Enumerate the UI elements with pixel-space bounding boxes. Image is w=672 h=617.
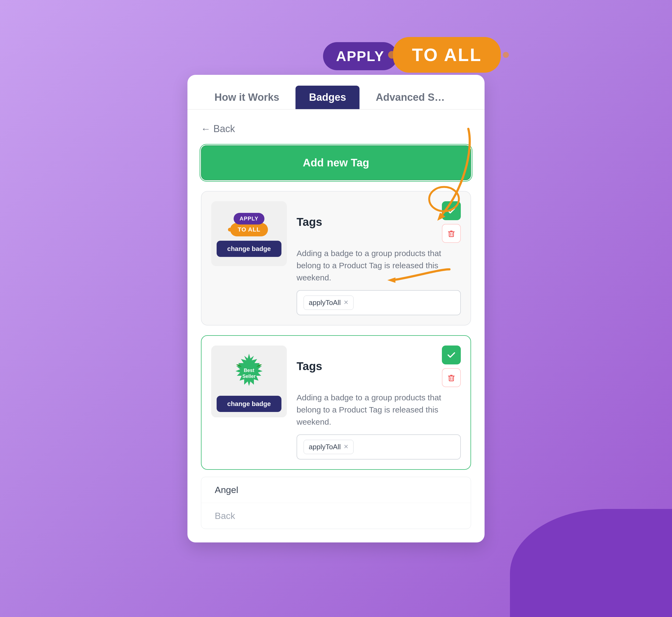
tag-chip-close-1[interactable]: ✕: [344, 299, 349, 306]
badge-preview-2: Best Seller change badge: [211, 346, 287, 417]
badge-card-2: Best Seller change badge Tags: [201, 335, 471, 470]
tag-input-1[interactable]: applyToAll ✕: [296, 290, 461, 315]
badge-description-1: Adding a badge to a group products that …: [296, 247, 461, 284]
tab-badges[interactable]: Badges: [295, 85, 360, 109]
trash-icon: [447, 229, 456, 238]
delete-button-2[interactable]: [442, 368, 461, 387]
apply-to-all-annotation: APPLY TO ALL: [317, 37, 501, 73]
tab-nav: How it Works Badges Advanced S…: [188, 75, 484, 110]
tag-chip-2: applyToAll ✕: [303, 440, 354, 454]
apply-bottom-text: TO ALL: [412, 45, 482, 65]
badge-info-header-1: Tags: [296, 201, 461, 243]
badge-title-1: Tags: [296, 216, 322, 229]
badge-actions-1: [442, 201, 461, 243]
svg-text:Seller: Seller: [242, 374, 255, 379]
add-new-tag-button[interactable]: Add new Tag: [201, 145, 471, 180]
mini-apply-badge: APPLY TO ALL: [230, 213, 268, 236]
mini-apply-bottom: TO ALL: [230, 223, 268, 236]
mini-apply-top: APPLY: [234, 213, 264, 224]
main-container: APPLY TO ALL How it Works Badges Advanc: [188, 75, 484, 543]
best-seller-badge-icon: Best Seller: [230, 354, 268, 391]
svg-rect-12: [449, 376, 453, 381]
apply-bubble-bottom: TO ALL: [393, 37, 501, 73]
svg-text:Best: Best: [244, 368, 254, 373]
dropdown-item-back[interactable]: Back: [201, 503, 471, 529]
change-badge-btn-2[interactable]: change badge: [217, 396, 281, 412]
badge-preview-1: APPLY TO ALL change badge: [211, 201, 287, 266]
white-card: How it Works Badges Advanced S… ← Back A…: [188, 75, 484, 543]
tag-chip-1: applyToAll ✕: [303, 295, 354, 310]
svg-rect-3: [449, 232, 453, 237]
check-button-1[interactable]: [442, 201, 461, 220]
tab-how-it-works[interactable]: How it Works: [201, 85, 293, 109]
background-blob: [510, 509, 672, 617]
delete-button-1[interactable]: [442, 224, 461, 243]
badge-description-2: Adding a badge to a group products that …: [296, 391, 461, 428]
checkmark-icon: [446, 206, 456, 216]
badge-title-2: Tags: [296, 360, 322, 373]
tag-chip-close-2[interactable]: ✕: [344, 443, 349, 450]
tag-input-2[interactable]: applyToAll ✕: [296, 434, 461, 459]
trash-icon-2: [447, 373, 456, 382]
badge-info-2: Tags: [296, 346, 461, 459]
apply-bubble-top: APPLY: [323, 42, 397, 70]
back-button[interactable]: ← Back: [201, 123, 471, 135]
content-area: ← Back Add new Tag APPLY TO ALL change b…: [188, 110, 484, 543]
apply-top-text: APPLY: [336, 48, 384, 64]
tab-advanced[interactable]: Advanced S…: [362, 85, 458, 109]
badge-info-header-2: Tags: [296, 346, 461, 387]
dropdown-suggestions: Angel Back: [201, 477, 471, 529]
dropdown-item-angel[interactable]: Angel: [201, 477, 471, 503]
badge-actions-2: [442, 346, 461, 387]
badge-info-1: Tags: [296, 201, 461, 315]
change-badge-btn-1[interactable]: change badge: [217, 241, 281, 257]
checkmark-icon-2: [446, 350, 456, 360]
check-button-2[interactable]: [442, 346, 461, 364]
badge-card-1: APPLY TO ALL change badge Tags: [201, 191, 471, 326]
